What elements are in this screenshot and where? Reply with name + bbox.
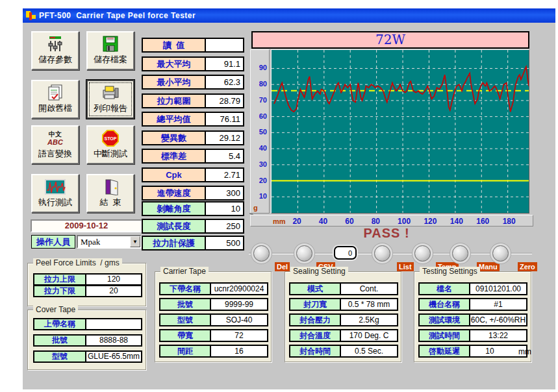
- field-value[interactable]: 2.71: [206, 169, 243, 181]
- testing-row: 機台名稱#1: [418, 298, 527, 311]
- field-value[interactable]: 28.79: [206, 95, 243, 107]
- panel-sealing-setting: Sealing Setting 模式Cont.封刀寬0.5 * 78 mm封合壓…: [285, 271, 401, 362]
- x-tick-label: 100: [398, 217, 411, 226]
- open-file-icon: [45, 84, 65, 101]
- field-value[interactable]: 300: [206, 187, 243, 199]
- operator-dropdown[interactable]: Mpak ▼: [77, 235, 142, 249]
- reading-row: 測試長度250: [142, 219, 244, 234]
- field-value[interactable]: [86, 319, 141, 329]
- peel-row: 拉力下限20: [33, 285, 142, 297]
- field-value[interactable]: [206, 39, 243, 51]
- field-label: 測試長度: [143, 220, 206, 232]
- open-file-button[interactable]: 開啟舊檔: [31, 80, 79, 119]
- field-value[interactable]: 10: [470, 346, 509, 356]
- cover-row: 上帶名稱: [33, 318, 142, 330]
- field-value[interactable]: 500: [206, 237, 243, 249]
- knob-zero[interactable]: [492, 245, 509, 262]
- panel-peel-force-limits: Peel Force Limits / gms 拉力上限120拉力下限20: [27, 263, 146, 306]
- save-params-sliders-icon: [45, 36, 65, 53]
- button-label: 儲存參數: [32, 54, 78, 66]
- panel-title: Cover Tape: [33, 305, 78, 314]
- knob-temp[interactable]: [414, 245, 431, 262]
- chart-x-axis: mm 20406080100120140160180: [250, 215, 533, 227]
- field-value[interactable]: 8888-88: [86, 336, 141, 345]
- testing-row: 啓動延遲10mm: [418, 345, 527, 358]
- field-label: 上帶名稱: [34, 319, 86, 329]
- field-label: 封合時間: [290, 346, 341, 356]
- field-label: 拉力下限: [34, 286, 86, 296]
- button-label: 語言變換: [32, 148, 78, 160]
- panel-carrier-tape: Carrier Tape 下帶名稱ucnr20900024批號9999-99型號…: [155, 271, 272, 362]
- field-value[interactable]: 120: [86, 275, 141, 284]
- stop-test-button[interactable]: STOP 中斷測試: [86, 125, 134, 164]
- exit-button[interactable]: 結 束: [86, 174, 134, 213]
- save-file-button[interactable]: 儲存檔案: [86, 31, 134, 70]
- knob-del[interactable]: [253, 245, 270, 262]
- field-value[interactable]: Cont.: [341, 284, 397, 294]
- chevron-down-icon[interactable]: ▼: [130, 236, 140, 247]
- field-value[interactable]: 91.1: [206, 58, 243, 70]
- reading-row: 變異數29.12: [142, 130, 244, 145]
- save-file-floppy-icon: [101, 36, 120, 53]
- print-report-button[interactable]: 列印報告: [86, 80, 134, 119]
- field-label: 測試時間: [420, 330, 470, 341]
- field-value[interactable]: 20: [86, 286, 141, 296]
- knob-list[interactable]: [374, 245, 390, 262]
- chart-plot-area: [271, 49, 529, 214]
- field-label: 封合壓力: [290, 315, 341, 325]
- field-label: 批號: [160, 299, 211, 310]
- testing-row: 測試時間13:22: [418, 329, 527, 342]
- x-tick-label: 120: [424, 217, 437, 226]
- field-value[interactable]: 2.5Kg: [341, 315, 397, 325]
- sealing-row: 封合壓力2.5Kg: [289, 313, 398, 326]
- field-label: 封刀寬: [290, 299, 341, 310]
- sealing-row: 封合溫度170 Deg. C: [289, 329, 398, 342]
- field-value[interactable]: GLUE-65.5mm: [86, 352, 141, 361]
- field-value[interactable]: 10: [206, 202, 243, 215]
- field-value[interactable]: 0.5 * 78 mm: [341, 299, 397, 310]
- language-switch-icon: 中文 ABC: [44, 130, 66, 147]
- panel-cover-tape: Cover Tape 上帶名稱批號8888-88型號GLUE-65.5mm: [27, 310, 146, 370]
- knob-manu[interactable]: [452, 245, 468, 262]
- knob-csv[interactable]: [296, 245, 312, 262]
- field-value[interactable]: SOJ-40: [211, 315, 267, 325]
- reading-row: 進帶速度300: [142, 186, 244, 201]
- chart: g 102030405060708090 mm 2040608010012014…: [250, 49, 533, 227]
- app-icon: [26, 11, 36, 20]
- y-tick-label: 20: [259, 177, 267, 184]
- chart-y-axis: g 102030405060708090: [250, 49, 270, 214]
- field-value[interactable]: 09101201.00: [470, 284, 526, 294]
- operator-value: Mpak: [81, 237, 100, 247]
- field-label: 型號: [34, 352, 86, 361]
- field-value[interactable]: ucnr20900024: [211, 284, 267, 294]
- field-value[interactable]: 29.12: [206, 132, 243, 144]
- field-value[interactable]: 0.5 Sec.: [341, 346, 397, 356]
- field-value[interactable]: 5.4: [206, 150, 243, 162]
- y-axis-unit: g: [253, 204, 258, 212]
- field-value[interactable]: 250: [206, 220, 243, 232]
- field-label: 下帶名稱: [160, 284, 211, 294]
- save-params-button[interactable]: 儲存參數: [31, 31, 79, 70]
- field-value[interactable]: 72: [211, 330, 267, 341]
- date-field[interactable]: 2009-10-12: [31, 219, 142, 232]
- field-label: 總平均值: [143, 113, 206, 125]
- counter-display[interactable]: 0: [334, 246, 357, 260]
- x-tick-label: 140: [450, 217, 463, 226]
- field-label: 最小平均: [143, 76, 206, 88]
- field-value[interactable]: 76.11: [206, 113, 243, 125]
- panel-title: Testing Settings: [420, 267, 480, 276]
- field-value[interactable]: #1: [470, 299, 526, 310]
- field-value[interactable]: 62.3: [206, 76, 243, 88]
- field-value[interactable]: 60C, +/-60%RH: [470, 315, 526, 325]
- field-value[interactable]: 16: [211, 346, 267, 356]
- field-value[interactable]: 9999-99: [211, 299, 267, 310]
- field-label: 檔名: [420, 284, 470, 294]
- reading-row: 最小平均62.3: [142, 75, 244, 90]
- field-label: 機台名稱: [420, 299, 470, 310]
- stop-test-icon: STOP: [101, 130, 120, 147]
- language-switch-button[interactable]: 中文 ABC 語言變換: [31, 125, 79, 164]
- field-label: 拉力計保護: [143, 237, 206, 249]
- run-test-button[interactable]: 執行測試: [31, 174, 79, 213]
- field-value[interactable]: 170 Deg. C: [341, 330, 397, 341]
- field-value[interactable]: 13:22: [470, 330, 526, 341]
